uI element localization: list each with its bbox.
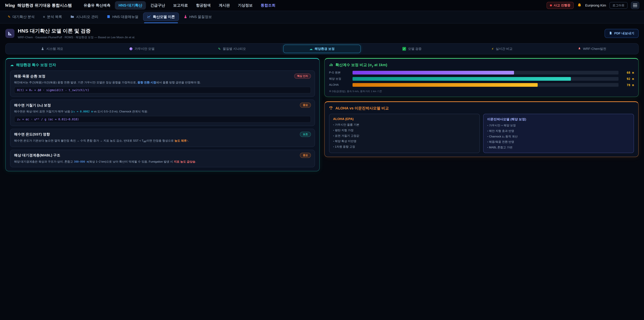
- nav-item-emergency-rescue[interactable]: 긴급구난: [146, 1, 169, 10]
- section-pill-wrf-chem[interactable]: WRF-Chem발전: [574, 45, 610, 53]
- section-col: ✓ 모델 검증: [367, 45, 457, 53]
- nav-item-integrated-search[interactable]: 통합조회: [257, 1, 279, 10]
- list-item: 해안 지형 효과 반영: [487, 129, 630, 133]
- tab-hns-manual[interactable]: HNS 대응매뉴얼: [103, 13, 142, 21]
- body-text: (육상 1~2 km)으로 낮아 확산이 억제될 수 있음. Fumigatio…: [88, 160, 174, 163]
- lee-model-panel-title: 이문진박사모델 (해양 보정): [487, 117, 630, 122]
- section-pill-realtime-compare[interactable]: ⚡ 실시간 비교: [488, 45, 516, 53]
- model-comparison-card: ALOHA vs 이문진박사모델 비교 ALOHA (EPA) 가우시안 플룸 …: [324, 101, 639, 157]
- section-pill-gaussian-model[interactable]: 가우시안 모델: [126, 45, 158, 53]
- item-title: 해상 대기경계층(MABL) 구조: [14, 153, 60, 158]
- pdf-export-button[interactable]: PDF 내보내기: [604, 29, 639, 38]
- list-item: 가우시안 + 해양 보정: [487, 124, 630, 128]
- comparison-grid: ALOHA (EPA) 가우시안 플룸 기본 평탄 지형 가정 표면 거칠기 고…: [329, 114, 634, 153]
- bar-track: [352, 83, 618, 87]
- incident-status-badge[interactable]: 사고 진행중: [546, 2, 574, 9]
- cloud-icon: ☁: [10, 63, 14, 67]
- tab-atmospheric-analysis[interactable]: ✎ 대기확산 분석: [4, 13, 38, 21]
- tab-label: HNS 대응매뉴얼: [112, 15, 138, 19]
- item-body: 해양 대기경계층은 육상과 구조가 상이. 혼합고 300~800 m(육상 1…: [14, 160, 311, 164]
- body-text: .: [188, 139, 189, 142]
- chart-title: 확산계수 보정 비교 (σy at 1km): [336, 62, 387, 68]
- page-subtitle: WRF-Chem · Gaussian Plume/Puff · ROMS · …: [18, 36, 135, 39]
- body-text: 해안에서는 주간(해풍)·야간(육풍) 풍향 전환 발생. 기존 가우시안 모델…: [14, 81, 138, 84]
- bolt-icon: ⚡: [492, 47, 494, 51]
- bar-fill-pg-original: [352, 71, 514, 75]
- nav-item-reports[interactable]: 보고자료: [170, 1, 192, 10]
- body-text: 해양 대기경계층은 육상과 구조가 상이. 혼합고: [14, 160, 74, 163]
- flask-icon: [184, 15, 187, 19]
- lee-model-panel: 이문진박사모델 (해양 보정) 가우시안 + 해양 보정 해안 지형 효과 반영…: [483, 114, 634, 153]
- bar-fill-aloha: [352, 83, 538, 87]
- logout-button[interactable]: 로그아웃: [610, 2, 628, 9]
- item-title-row: 해상 대기경계층(MABL) 구조 중요: [14, 153, 311, 158]
- section-label: 물질별 시나리오: [223, 47, 246, 51]
- nav-item-oil-spill-forecast[interactable]: 유출유 확산예측: [80, 1, 114, 10]
- nav-item-hns-atmospheric[interactable]: HNS·대기확산: [115, 1, 146, 10]
- body-text: 이면 안정층 형성으로: [146, 139, 174, 142]
- item-body: 해수면 온도가 기온보다 높으면 열적 불안정 촉진 → 수직 혼합 증가 → …: [14, 139, 311, 144]
- section-label: 모델 검증: [408, 47, 422, 51]
- bar-value: 92 m: [621, 77, 634, 81]
- menu-icon[interactable]: [631, 2, 639, 9]
- status-badge: 보조: [300, 132, 311, 137]
- body-text: 해수면 온도가 기온보다 높으면 열적 불안정 촉진 → 수직 혼합 증가 → …: [14, 139, 144, 142]
- status-badge: 중요: [300, 103, 311, 108]
- bar-chart-icon: [329, 63, 333, 68]
- wing-logo: Wing: [5, 3, 15, 8]
- bar-row-marine-corrected: 해양 보정 92 m: [329, 77, 634, 81]
- section-label: 가우시안 모델: [134, 47, 154, 51]
- tab-scenario-management[interactable]: 시나리오 관리: [67, 13, 102, 21]
- rocket-icon: [578, 47, 581, 51]
- chart-line-icon: [147, 15, 151, 19]
- nav-item-board[interactable]: 게시판: [215, 1, 234, 10]
- nav-item-aerial-search[interactable]: 항공탐색: [192, 1, 214, 10]
- scale-icon: [329, 106, 333, 111]
- list-item: 표면 거칠기 고정값: [333, 134, 476, 138]
- app-root: Wing 해양환경 위기대응 통합시스템 유출유 확산예측 HNS·대기확산 긴…: [0, 0, 644, 171]
- bar-value: 78 m: [621, 83, 634, 87]
- item-title-row: 해풍·육풍 순환 보정 핵심 인자: [14, 74, 311, 79]
- status-badge: 중요: [300, 153, 311, 158]
- bar-row-aloha: ALOHA 78 m: [329, 83, 634, 87]
- nav-item-weather-info[interactable]: 기상정보: [234, 1, 256, 10]
- bar-track: [352, 77, 618, 81]
- user-name: Eunjeong Kim: [585, 4, 606, 8]
- pdf-export-label: PDF 내보내기: [614, 31, 634, 36]
- item-title: 해수면 거칠기 (z₀) 보정: [14, 103, 51, 108]
- marine-correction-title: 해양환경 특수 보정 인자: [16, 62, 56, 68]
- section-label: WRF-Chem발전: [583, 47, 606, 51]
- list-item: 평탄 지형 가정: [333, 128, 476, 133]
- chart-header: 확산계수 보정 비교 (σy at 1km): [329, 62, 634, 68]
- brand[interactable]: Wing 해양환경 위기대응 통합시스템: [5, 3, 72, 8]
- body-text: 해수면은 육상 대비 표면 거칠기가 매우 낮음 (: [14, 110, 72, 113]
- body-text: .: [196, 160, 196, 163]
- item-title-row: 해수면 거칠기 (z₀) 보정 중요: [14, 103, 311, 108]
- set-square-icon: [5, 29, 14, 38]
- section-pill-model-validation[interactable]: ✓ 모델 검증: [399, 45, 425, 53]
- section-pill-system-overview[interactable]: 시스템 개요: [38, 45, 66, 53]
- correction-item-sst-effect: 해수면 온도(SST) 영향 보조 해수면 온도가 기온보다 높으면 열적 불안…: [10, 129, 315, 147]
- section-col: ⚡ 실시간 비교: [457, 45, 547, 53]
- tab-diffusion-model-theory[interactable]: 확산모델 이론: [143, 13, 179, 21]
- cloud-icon: ☁: [310, 47, 312, 51]
- bell-icon[interactable]: [577, 3, 582, 8]
- dispersion-coefficient-card: 확산계수 보정 비교 (σy at 1km) P-G 원본 68 m 해양 보정…: [324, 58, 639, 97]
- section-pill-marine-correction[interactable]: ☁ 해양환경 보정: [283, 45, 360, 53]
- aloha-panel-title: ALOHA (EPA): [333, 117, 476, 121]
- tab-hns-substance-info[interactable]: HNS 물질정보: [180, 13, 216, 21]
- tab-analysis-list[interactable]: ≡ 분석 목록: [40, 13, 66, 21]
- comparison-title: ALOHA vs 이문진박사모델 비교: [336, 106, 389, 111]
- body-text: vs 도시 0.5~2.0 m). Charnock 관계식 적용:: [93, 110, 148, 113]
- body-highlight: 지표 농도 급상승: [174, 160, 195, 163]
- item-body: 해안에서는 주간(해풍)·야간(육풍) 풍향 전환 발생. 기존 가우시안 모델…: [14, 80, 311, 85]
- bar-label: ALOHA: [329, 83, 350, 87]
- section-pill-substance-scenario[interactable]: ✎ 물질별 시나리오: [215, 45, 249, 53]
- list-item: Charnock z₀ 동적 계산: [487, 135, 630, 139]
- flask-outline-icon: [41, 47, 44, 51]
- section-col: WRF-Chem발전: [547, 45, 637, 53]
- book-icon: [107, 15, 110, 19]
- list-item: 해양 특성 미반영: [333, 139, 476, 143]
- list-item: 해풍/육풍 전환 반영: [487, 140, 630, 144]
- bar-row-pg-original: P-G 원본 68 m: [329, 71, 634, 75]
